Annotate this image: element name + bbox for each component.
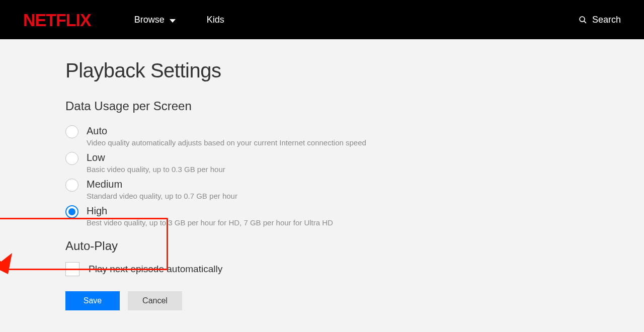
nav-browse-label: Browse [134,15,165,25]
search-button[interactable]: Search [579,15,621,25]
radio-desc: Video quality automatically adjusts base… [87,138,366,147]
nav-kids[interactable]: Kids [207,15,224,25]
annotation-arrow-icon [0,253,18,318]
radio-desc: Basic video quality, up to 0.3 GB per ho… [87,165,225,174]
nav-group: Browse Kids [134,15,224,25]
nav-browse[interactable]: Browse [134,15,176,25]
search-icon [579,16,587,24]
nav-kids-label: Kids [207,15,224,25]
cancel-button[interactable]: Cancel [128,291,182,310]
search-label: Search [592,15,621,25]
netflix-logo[interactable]: NETFLIX [23,10,91,30]
radio-text: Medium Standard video quality, up to 0.7… [87,178,237,200]
radio-option-high[interactable]: High Best video quality, up to 3 GB per … [65,204,644,227]
radio-desc: Best video quality, up to 3 GB per hour … [87,218,333,227]
autoplay-checkbox-label: Play next episode automatically [89,264,222,275]
radio-low[interactable] [65,152,78,165]
autoplay-section: Auto-Play Play next episode automaticall… [65,237,644,276]
radio-high[interactable] [65,205,78,218]
save-button[interactable]: Save [65,291,120,310]
data-usage-heading: Data Usage per Screen [65,99,644,113]
radio-medium[interactable] [65,179,78,192]
radio-desc: Standard video quality, up to 0.7 GB per… [87,192,237,200]
autoplay-checkbox[interactable] [65,262,79,276]
page-title: Playback Settings [65,59,644,82]
radio-option-auto[interactable]: Auto Video quality automatically adjusts… [65,124,644,147]
radio-text: High Best video quality, up to 3 GB per … [87,204,333,227]
radio-auto[interactable] [65,125,78,138]
radio-label: Auto [87,124,366,137]
svg-marker-4 [0,253,12,274]
radio-option-medium[interactable]: Medium Standard video quality, up to 0.7… [65,178,644,200]
data-usage-radio-group: Auto Video quality automatically adjusts… [65,124,644,227]
main-content: Playback Settings Data Usage per Screen … [0,39,644,310]
radio-label: Low [87,151,225,164]
svg-line-1 [584,21,586,23]
header-bar: NETFLIX Browse Kids Search [0,0,644,39]
radio-label: Medium [87,178,237,191]
svg-point-0 [580,17,585,22]
radio-text: Auto Video quality automatically adjusts… [87,124,366,147]
svg-line-3 [0,262,2,316]
radio-option-low[interactable]: Low Basic video quality, up to 0.3 GB pe… [65,151,644,174]
button-row: Save Cancel [65,291,644,310]
radio-label: High [87,204,333,217]
autoplay-checkbox-row[interactable]: Play next episode automatically [65,262,644,276]
autoplay-heading: Auto-Play [65,239,644,253]
caret-down-icon [170,19,176,23]
radio-text: Low Basic video quality, up to 0.3 GB pe… [87,151,225,174]
